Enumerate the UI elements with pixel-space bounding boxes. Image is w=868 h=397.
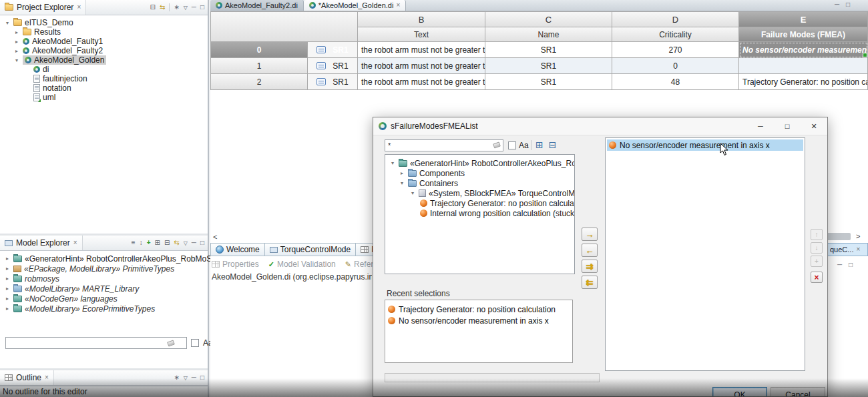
move-up-button[interactable]: ↑ bbox=[811, 229, 823, 240]
expander-icon[interactable]: ▸ bbox=[4, 296, 11, 302]
cell-criticality-0[interactable]: 270 bbox=[612, 42, 739, 58]
req-cell-2[interactable]: SR1 bbox=[308, 74, 358, 90]
case-sensitive-checkbox[interactable] bbox=[508, 141, 516, 149]
column-letter-c[interactable]: C bbox=[485, 12, 612, 27]
expander-icon[interactable]: ▸ bbox=[13, 29, 20, 35]
cell-text-2[interactable]: the robot arm must not be greater than 0… bbox=[358, 74, 485, 90]
me-item-languages[interactable]: ▸ «NoCodeGen» languages bbox=[0, 294, 208, 304]
maximize-icon[interactable] bbox=[846, 1, 850, 8]
cell-criticality-1[interactable]: 0 bbox=[612, 58, 739, 74]
expander-icon[interactable]: ▸ bbox=[4, 286, 11, 292]
expander-icon[interactable]: ▸ bbox=[4, 276, 11, 282]
row-header-2[interactable]: 2 bbox=[211, 74, 308, 90]
editor-tab-golden[interactable]: *AkeoModel_Golden.di bbox=[304, 0, 406, 11]
minimize-icon[interactable] bbox=[837, 262, 842, 268]
close-icon[interactable] bbox=[45, 374, 49, 381]
view-menu-icon[interactable] bbox=[184, 240, 188, 246]
diagram-tab-torquecontrolmode[interactable]: TorqueControlMode bbox=[265, 243, 356, 256]
close-icon[interactable]: ✕ bbox=[801, 117, 827, 135]
expander-icon[interactable]: ▾ bbox=[13, 57, 20, 63]
expand-all-icon[interactable] bbox=[155, 240, 160, 246]
cell-failure-modes-1[interactable] bbox=[739, 58, 868, 74]
cancel-button[interactable]: Cancel bbox=[771, 387, 825, 397]
scroll-right-arrow[interactable]: > bbox=[856, 232, 860, 240]
dlg-tree-failure-mode-2[interactable]: Internal wrong position calculation (stu… bbox=[385, 208, 574, 218]
tree-item-akeomodel-faulty2[interactable]: ▸ AkeoModel_Faulty2 bbox=[0, 46, 208, 55]
row-header-0[interactable]: 0 bbox=[211, 42, 308, 58]
column-letter-d[interactable]: D bbox=[612, 12, 739, 27]
cell-failure-modes-0[interactable]: No sensor/encoder measurement in .. bbox=[739, 42, 868, 58]
scroll-left-arrow[interactable]: < bbox=[213, 233, 217, 241]
maximize-icon[interactable] bbox=[200, 240, 204, 246]
selected-list-item[interactable]: No sensor/encoder measurement in axis x bbox=[607, 139, 803, 151]
dlg-tree-containers[interactable]: ▾ Containers bbox=[385, 178, 574, 188]
expand-all-icon[interactable]: ⊞ bbox=[535, 139, 544, 150]
cell-name-1[interactable]: SR1 bbox=[485, 58, 612, 74]
move-down-button[interactable]: ↓ bbox=[811, 242, 823, 254]
list-view-icon[interactable] bbox=[132, 240, 136, 246]
maximize-icon[interactable]: □ bbox=[774, 117, 801, 135]
tab-model-explorer[interactable]: Model Explorer bbox=[0, 236, 83, 250]
expander-icon[interactable]: ▸ bbox=[13, 48, 20, 54]
tab-outline[interactable]: Outline bbox=[0, 370, 54, 385]
remove-all-button[interactable] bbox=[582, 276, 598, 289]
expander-icon[interactable]: ▸ bbox=[4, 306, 11, 312]
cell-name-2[interactable]: SR1 bbox=[485, 74, 612, 90]
tree-item-uml[interactable]: uml bbox=[0, 93, 208, 102]
column-letter-e[interactable]: E bbox=[739, 12, 868, 27]
editor-tab-faulty2[interactable]: AkeoModel_Faulty2.di bbox=[210, 0, 304, 11]
collapse-all-icon[interactable]: ⊟ bbox=[549, 139, 557, 150]
cell-text-1[interactable]: the robot arm must not be greater than 0… bbox=[358, 58, 485, 74]
minimize-icon[interactable] bbox=[835, 1, 839, 8]
req-cell-0[interactable]: SR1 bbox=[308, 42, 358, 58]
collapse-all-icon[interactable] bbox=[150, 4, 156, 11]
dialog-filter-input[interactable] bbox=[385, 139, 503, 151]
maximize-icon[interactable] bbox=[200, 4, 204, 11]
me-item-primitivetypes[interactable]: ▸ «EPackage, ModelLibrary» PrimitiveType… bbox=[0, 264, 208, 274]
column-header-text[interactable]: Text bbox=[358, 27, 485, 42]
cell-criticality-2[interactable]: 48 bbox=[612, 74, 739, 90]
dialog-titlebar[interactable]: sFailureModesFMEAList ─ □ ✕ bbox=[373, 117, 827, 135]
ok-button[interactable]: OK bbox=[712, 387, 767, 397]
column-header-name[interactable]: Name bbox=[485, 27, 612, 42]
req-cell-1[interactable]: SR1 bbox=[308, 58, 358, 74]
collapse-all-icon[interactable] bbox=[164, 240, 170, 246]
column-letter-b[interactable]: B bbox=[358, 12, 485, 27]
table-corner-cell[interactable] bbox=[211, 12, 358, 42]
sort-icon[interactable] bbox=[140, 240, 143, 246]
dlg-tree-root[interactable]: ▾ «GeneratorHint» RobotControllerAkeoPlu… bbox=[385, 158, 574, 168]
tree-item-eitus-demo[interactable]: ▾ eITUS_Demo bbox=[0, 18, 208, 27]
new-element-icon[interactable] bbox=[147, 240, 151, 246]
maximize-icon[interactable] bbox=[200, 374, 204, 381]
close-icon[interactable] bbox=[77, 4, 81, 11]
column-header-criticality[interactable]: Criticality bbox=[612, 27, 739, 42]
case-sensitive-option[interactable]: Aa bbox=[508, 141, 529, 150]
tab-project-explorer[interactable]: Project Explorer bbox=[0, 0, 86, 15]
tree-item-akeomodel-golden[interactable]: ▾ AkeoModel_Golden bbox=[0, 55, 208, 65]
close-icon[interactable] bbox=[856, 246, 860, 253]
minimize-icon[interactable] bbox=[192, 4, 196, 11]
tree-item-results[interactable]: ▸ Results bbox=[0, 27, 208, 37]
tree-item-di[interactable]: di bbox=[0, 65, 208, 74]
link-editor-icon[interactable] bbox=[174, 240, 179, 246]
expander-icon[interactable]: ▸ bbox=[399, 170, 405, 176]
expander-icon[interactable]: ▸ bbox=[4, 256, 11, 262]
minimize-icon[interactable] bbox=[192, 374, 196, 381]
partial-diagram-tab[interactable]: queC... bbox=[827, 243, 868, 256]
close-icon[interactable] bbox=[396, 2, 400, 9]
expander-icon[interactable]: ▸ bbox=[4, 266, 11, 272]
view-menu-icon[interactable] bbox=[184, 4, 188, 11]
selected-tree-item[interactable]: AkeoModel_Golden bbox=[23, 55, 106, 65]
expander-icon[interactable]: ▸ bbox=[13, 39, 20, 45]
row-header-1[interactable]: 1 bbox=[211, 58, 308, 74]
tree-item-faultinjection[interactable]: faultinjection bbox=[0, 74, 208, 83]
cell-failure-modes-2[interactable]: Trajectory Generator: no position calcul… bbox=[739, 74, 868, 90]
filter-icon[interactable] bbox=[174, 4, 179, 11]
me-item-generatorhint[interactable]: ▸ «GeneratorHint» RobotControllerAkeoPlu… bbox=[0, 254, 208, 264]
close-icon[interactable] bbox=[73, 240, 77, 246]
link-editor-icon[interactable] bbox=[160, 4, 165, 11]
expander-icon[interactable]: ▾ bbox=[399, 180, 405, 186]
expander-icon[interactable]: ▾ bbox=[4, 20, 11, 26]
delete-button[interactable]: × bbox=[811, 272, 823, 283]
recent-item[interactable]: No sensor/encoder measurement in axis x bbox=[388, 315, 570, 326]
